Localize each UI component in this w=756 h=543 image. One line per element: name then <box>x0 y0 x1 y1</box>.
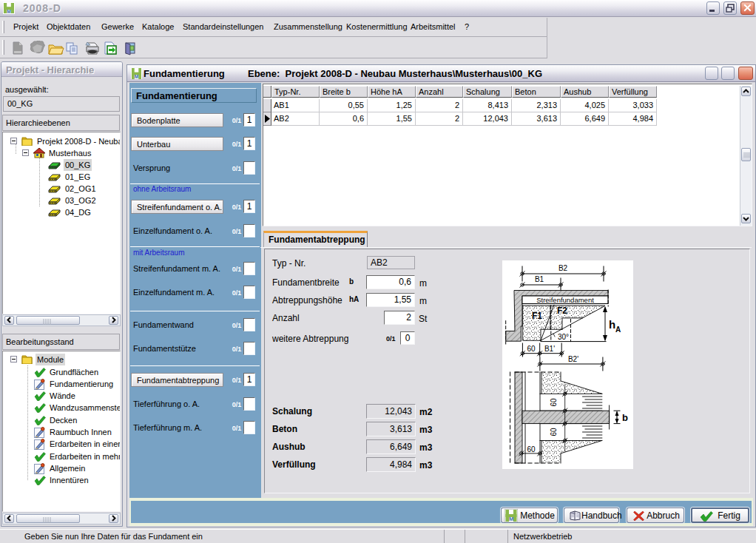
svg-text:M: M <box>135 74 138 79</box>
svg-text:B1': B1' <box>544 345 555 353</box>
svg-text:h: h <box>609 318 615 331</box>
svg-text:A: A <box>615 326 621 334</box>
svg-text:B2': B2' <box>568 355 578 363</box>
svg-text:60: 60 <box>550 398 558 407</box>
svg-text:Streifenfundament: Streifenfundament <box>536 296 594 304</box>
svg-text:M: M <box>7 9 10 14</box>
svg-text:b: b <box>622 412 628 423</box>
svg-text:F2: F2 <box>557 306 567 316</box>
svg-text:F1: F1 <box>532 311 542 321</box>
svg-text:60: 60 <box>527 445 536 453</box>
svg-text:30°: 30° <box>558 333 569 341</box>
svg-text:M: M <box>509 516 513 522</box>
svg-text:B2: B2 <box>558 264 568 272</box>
svg-text:60: 60 <box>527 345 536 353</box>
svg-text:60: 60 <box>550 428 558 436</box>
svg-text:B1: B1 <box>535 275 544 283</box>
